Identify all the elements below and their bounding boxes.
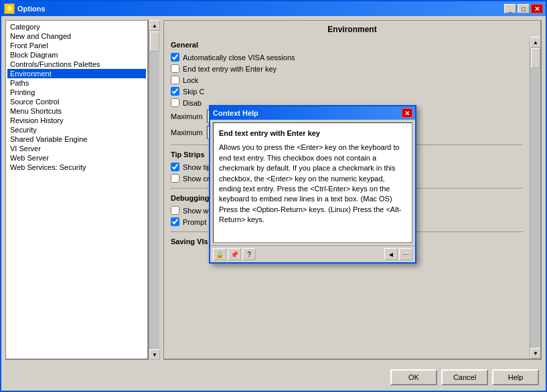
scroll-thumb[interactable] xyxy=(150,31,159,52)
minimize-button[interactable]: _ xyxy=(504,4,516,13)
list-item[interactable]: Security xyxy=(7,125,146,134)
right-scrollbar[interactable]: ▲ ▼ xyxy=(530,37,540,359)
options-window: ⚙ Options _ □ ✕ CategoryNew and ChangedF… xyxy=(0,0,547,392)
right-scroll-down[interactable]: ▼ xyxy=(530,348,540,359)
list-item[interactable]: Environment xyxy=(7,69,146,78)
list-item[interactable]: Category xyxy=(7,22,146,31)
dialog-title: Context Help xyxy=(213,109,258,117)
category-list[interactable]: CategoryNew and ChangedFront PanelBlock … xyxy=(6,21,147,359)
dialog-content-title: End text entry with Enter key xyxy=(219,128,406,138)
close-button[interactable]: ✕ xyxy=(531,4,543,13)
maximize-button[interactable]: □ xyxy=(518,4,530,13)
left-panel: CategoryNew and ChangedFront PanelBlock … xyxy=(5,20,149,360)
checkbox-lock-label: Lock xyxy=(183,76,198,84)
checkbox-enter-label: End text entry with Enter key xyxy=(183,65,277,73)
list-item[interactable]: New and Changed xyxy=(7,31,146,41)
right-scroll-up[interactable]: ▲ xyxy=(530,37,540,47)
right-scroll-thumb[interactable] xyxy=(531,48,540,68)
left-panel-wrapper: CategoryNew and ChangedFront PanelBlock … xyxy=(5,20,159,360)
general-section-title: General xyxy=(171,41,523,49)
checkbox-lock[interactable] xyxy=(171,76,179,84)
dialog-tool-help[interactable]: ? xyxy=(242,248,256,260)
cancel-button[interactable]: Cancel xyxy=(441,369,488,385)
checkbox-visa[interactable] xyxy=(171,53,179,62)
checkbox-prompt[interactable] xyxy=(171,217,179,226)
title-bar-left: ⚙ Options xyxy=(4,3,46,14)
scroll-up-button[interactable]: ▲ xyxy=(149,20,160,31)
title-bar: ⚙ Options _ □ ✕ xyxy=(1,1,546,16)
list-item[interactable]: Shared Variable Engine xyxy=(7,134,146,144)
list-item[interactable]: Menu Shortcuts xyxy=(7,106,146,116)
list-item[interactable]: Web Server xyxy=(7,153,146,163)
dialog-title-bar: Context Help ✕ xyxy=(210,106,415,120)
checkbox-show-tips[interactable] xyxy=(171,163,179,171)
checkbox-row-skip: Skip C xyxy=(171,87,523,96)
bottom-bar: OK Cancel Help xyxy=(1,364,546,391)
panel-title: Environment xyxy=(164,21,540,37)
list-item[interactable]: Controls/Functions Palettes xyxy=(7,60,146,69)
left-scrollbar[interactable]: ▲ ▼ xyxy=(149,20,159,360)
window-title: Options xyxy=(17,5,46,13)
context-help-dialog: Context Help ✕ End text entry with Enter… xyxy=(209,105,416,264)
list-item[interactable]: Block Diagram xyxy=(7,50,146,60)
checkbox-row-visa: Automatically close VISA sessions xyxy=(171,53,523,62)
dialog-content: End text entry with Enter key Allows you… xyxy=(213,122,412,243)
max-label-2: Maximum xyxy=(171,128,203,136)
dialog-tool-pin[interactable]: 📌 xyxy=(228,248,241,260)
checkbox-row-lock: Lock xyxy=(171,76,523,84)
checkbox-enter[interactable] xyxy=(171,64,179,73)
checkbox-row-enter: End text entry with Enter key xyxy=(171,64,523,73)
checkbox-skip[interactable] xyxy=(171,87,179,96)
checkbox-disab-label: Disab xyxy=(183,99,202,107)
checkbox-disab[interactable] xyxy=(171,98,179,107)
scroll-track xyxy=(149,31,159,349)
list-item[interactable]: Web Services: Security xyxy=(7,163,146,172)
dialog-toolbar: 🔒 📌 ? ◄ ⋯ xyxy=(210,246,415,262)
checkbox-warnings[interactable] xyxy=(171,206,179,215)
dialog-content-text: Allows you to press the <Enter> key on t… xyxy=(219,142,406,225)
list-item[interactable]: VI Server xyxy=(7,144,146,153)
help-button[interactable]: Help xyxy=(492,369,539,385)
ok-button[interactable]: OK xyxy=(390,369,437,385)
list-item[interactable]: Front Panel xyxy=(7,41,146,50)
max-label-1: Maximum xyxy=(171,112,203,120)
dialog-tool-lock[interactable]: 🔒 xyxy=(213,248,226,260)
list-item[interactable]: Paths xyxy=(7,78,146,88)
checkbox-constant-labels[interactable] xyxy=(171,174,179,183)
list-item[interactable]: Revision History xyxy=(7,116,146,125)
dialog-close-button[interactable]: ✕ xyxy=(402,108,412,118)
window-icon: ⚙ xyxy=(4,3,15,14)
checkbox-visa-label: Automatically close VISA sessions xyxy=(183,54,295,62)
dialog-tool-arrow-left[interactable]: ◄ xyxy=(384,248,398,260)
title-bar-buttons: _ □ ✕ xyxy=(504,4,543,13)
checkbox-skip-label: Skip C xyxy=(183,88,204,96)
right-scroll-track xyxy=(530,47,540,348)
dialog-tool-dots[interactable]: ⋯ xyxy=(399,248,412,260)
list-item[interactable]: Source Control xyxy=(7,97,146,106)
list-item[interactable]: Printing xyxy=(7,88,146,97)
scroll-down-button[interactable]: ▼ xyxy=(149,349,160,360)
